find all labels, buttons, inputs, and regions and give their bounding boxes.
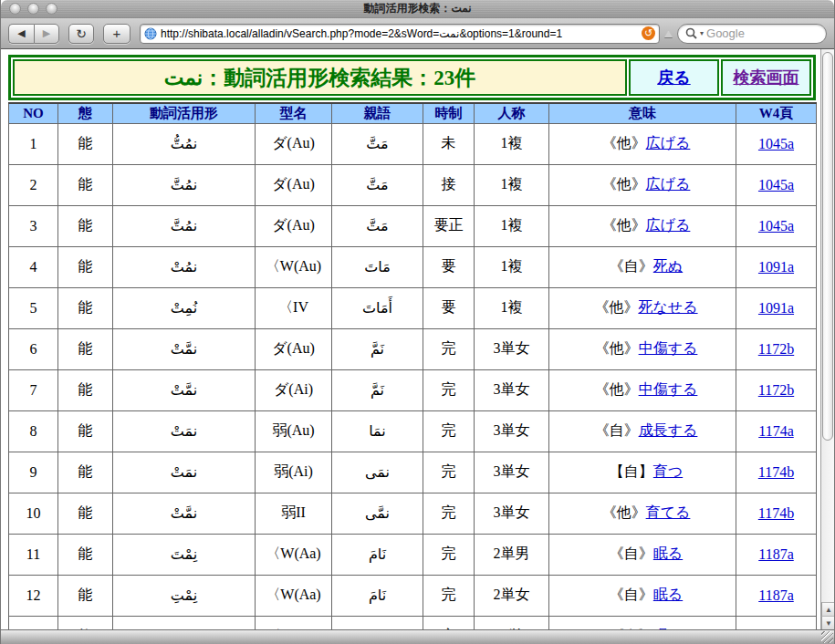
table-row: 2能نمُتَّダ(Au)مَتَّ接1複《他》広げる1045a — [9, 164, 817, 205]
vertical-scrollbar[interactable]: ▲ ▼ — [820, 49, 834, 629]
close-button[interactable] — [9, 3, 21, 15]
window-controls — [1, 3, 57, 15]
globe-icon — [144, 27, 157, 40]
table-row: 11能نِمْتَ〈W(Aa)نَامَ完2単男《自》眠る1187a — [9, 534, 817, 575]
table-row: 6能نمَّتْダ(Au)نَمَّ完3単女《他》中傷する1172b — [9, 328, 817, 369]
back-link[interactable]: 戻る — [657, 67, 690, 88]
cell-verb-form: نِمْتَ — [113, 534, 256, 575]
cell-parent-word: نمَى — [332, 452, 423, 493]
meaning-category: 《自》 — [610, 545, 653, 561]
field-resize-handle[interactable] — [664, 29, 673, 37]
google-search-field[interactable]: ▾ Google — [677, 24, 827, 44]
cell-meaning: 《他》育てる — [549, 493, 736, 534]
cell-voice: 能 — [58, 452, 113, 493]
cell-parent-word: مَتَّ — [332, 123, 423, 164]
meaning-category: 《自》 — [610, 258, 653, 274]
cell-pattern: ダ(Au) — [256, 164, 332, 205]
address-field[interactable]: http://shibata.local/alladin/vSearch.php… — [140, 24, 660, 44]
scroll-up-button[interactable]: ▲ — [821, 602, 834, 616]
table-row: 4能نمُتْ〈W(Au)مَاتَ要1複《自》死ぬ1091a — [9, 246, 817, 287]
meaning-link[interactable]: 広げる — [646, 217, 691, 233]
meaning-link[interactable]: 死ぬ — [653, 258, 683, 274]
table-header-row: NO 態 動詞活用形 型名 親語 時制 人称 意味 W4頁 — [9, 103, 817, 123]
meaning-link[interactable]: 広げる — [646, 176, 691, 192]
search-placeholder: Google — [706, 26, 745, 40]
col-header-voice: 態 — [58, 103, 113, 123]
cell-person: 3単女 — [475, 452, 549, 493]
meaning-category: 《他》 — [602, 504, 646, 520]
cell-parent-word: نَمَّ — [332, 328, 423, 369]
cell-tense: 要 — [423, 246, 475, 287]
search-screen-link[interactable]: 検索画面 — [734, 67, 799, 88]
scrollbar-thumb[interactable] — [822, 52, 833, 441]
meaning-link[interactable]: 眠る — [653, 545, 683, 561]
back-button[interactable]: ◀ — [8, 24, 34, 44]
meaning-link[interactable]: 成長する — [639, 422, 698, 438]
cell-page: 1174b — [736, 493, 817, 534]
cell-pattern: 〈W(Aa) — [256, 616, 332, 629]
cell-no: 11 — [9, 534, 58, 575]
page-link[interactable]: 1187a — [758, 587, 794, 603]
cell-pattern: ダ(Au) — [256, 123, 332, 164]
page-link[interactable]: 1172b — [758, 341, 794, 357]
cell-person: 2単女 — [475, 575, 549, 616]
page-link[interactable]: 1172b — [758, 382, 794, 398]
snapback-icon[interactable]: ↺ — [642, 26, 655, 40]
page-link[interactable]: 1045a — [758, 136, 794, 151]
meaning-link[interactable]: 育てる — [646, 504, 691, 520]
url-text[interactable]: http://shibata.local/alladin/vSearch.php… — [161, 27, 638, 40]
cell-meaning: 《自》眠る — [549, 534, 736, 575]
cell-no: 9 — [9, 452, 58, 493]
minimize-button[interactable] — [27, 3, 39, 15]
cell-voice: 能 — [58, 534, 113, 575]
search-dropdown-icon[interactable]: ▾ — [700, 29, 704, 37]
cell-page: 1172b — [736, 328, 817, 369]
col-header-verb-form: 動詞活用形 — [113, 103, 256, 123]
cell-no: 1 — [9, 123, 58, 164]
forward-button[interactable]: ▶ — [34, 24, 59, 44]
page-link[interactable]: 1174a — [758, 423, 794, 439]
result-header: نمت：動詞活用形検索結果：23件 戻る 検索画面 — [8, 55, 816, 100]
meaning-link[interactable]: 眠る — [653, 587, 683, 602]
cell-page: 1091a — [736, 246, 817, 287]
table-row: 12能نِمْتِ〈W(Aa)نَامَ完2単女《自》眠る1187a — [9, 575, 817, 616]
cell-voice: 能 — [58, 328, 113, 369]
add-bookmark-button[interactable]: + — [103, 24, 130, 44]
page-link[interactable]: 1091a — [758, 259, 794, 275]
zoom-button[interactable] — [46, 3, 57, 15]
page-link[interactable]: 1045a — [758, 177, 794, 192]
cell-pattern: ダ(Ai) — [256, 369, 332, 410]
cell-person: 3単女 — [475, 369, 549, 410]
meaning-link[interactable]: 育つ — [653, 463, 683, 479]
page-link[interactable]: 1045a — [758, 218, 794, 234]
page-link[interactable]: 1091a — [758, 300, 794, 316]
cell-no: 2 — [9, 164, 58, 205]
page-link[interactable]: 1174b — [758, 464, 794, 480]
cell-person: 1複 — [475, 287, 549, 328]
cell-parent-word: نَامَ — [332, 616, 423, 629]
scroll-down-button[interactable]: ▼ — [821, 616, 834, 629]
meaning-link[interactable]: 広げる — [646, 135, 691, 151]
resize-grip-icon[interactable] — [821, 631, 833, 643]
page-link[interactable]: 1187a — [758, 546, 794, 562]
meaning-link[interactable]: 中傷する — [639, 340, 698, 356]
cell-verb-form: نمُتَّ — [113, 205, 256, 246]
cell-tense: 完 — [423, 616, 475, 629]
cell-page: 1174b — [736, 452, 817, 493]
cell-pattern: 〈W(Aa) — [256, 534, 332, 575]
meaning-category: 《自》 — [595, 422, 639, 438]
cell-meaning: 《他》広げる — [549, 123, 736, 164]
cell-parent-word: نَمَّ — [332, 369, 423, 410]
meaning-link[interactable]: 死なせる — [638, 299, 697, 315]
cell-tense: 未 — [423, 123, 475, 164]
meaning-link[interactable]: 中傷する — [639, 381, 698, 397]
cell-verb-form: نِمْتُ — [113, 616, 256, 629]
page-link[interactable]: 1174b — [758, 505, 794, 521]
cell-parent-word: نَامَ — [332, 534, 423, 575]
cell-tense: 要 — [423, 287, 475, 328]
page-content: نمت：動詞活用形検索結果：23件 戻る 検索画面 NO 態 動詞 — [1, 49, 834, 629]
reload-button[interactable]: ↻ — [68, 24, 94, 44]
browser-toolbar: ◀ ▶ ↻ + http://shibata.local/alladin/vSe… — [1, 18, 834, 49]
back-icon: ◀ — [17, 27, 25, 39]
history-nav: ◀ ▶ — [8, 24, 59, 44]
